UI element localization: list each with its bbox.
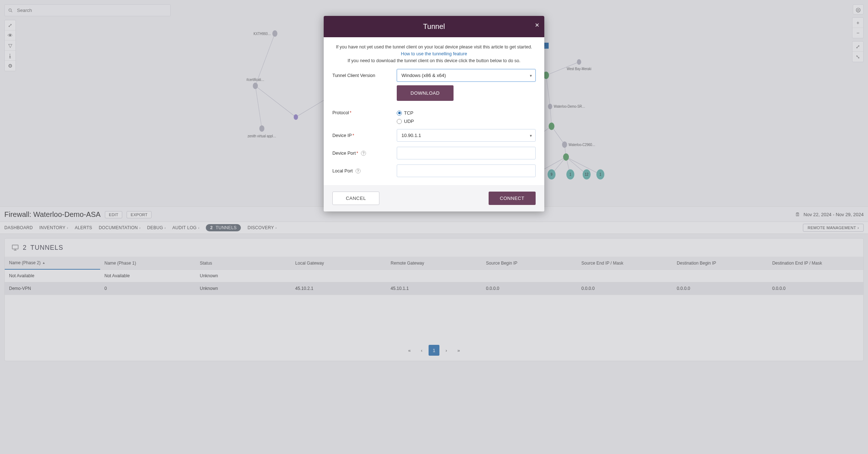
local-port-label: Local Port ? bbox=[332, 168, 390, 174]
modal-intro-bottom: If you need to download the tunnel clien… bbox=[348, 58, 520, 63]
tunnel-version-label: Tunnel Client Version bbox=[332, 73, 390, 78]
tunnel-modal: Tunnel × If you have not yet used the tu… bbox=[324, 16, 544, 211]
connect-button[interactable]: CONNECT bbox=[489, 192, 536, 205]
close-icon[interactable]: × bbox=[535, 21, 539, 29]
download-button[interactable]: DOWNLOAD bbox=[397, 85, 454, 101]
protocol-tcp-radio[interactable]: TCP bbox=[397, 110, 536, 116]
modal-header: Tunnel × bbox=[324, 16, 544, 37]
protocol-udp-label: UDP bbox=[404, 119, 414, 124]
protocol-tcp-label: TCP bbox=[404, 110, 413, 116]
protocol-udp-radio[interactable]: UDP bbox=[397, 119, 536, 124]
radio-icon bbox=[397, 119, 402, 124]
tunnelling-article-link[interactable]: How to use the tunnelling feature bbox=[401, 51, 467, 56]
protocol-label: Protocol* bbox=[332, 110, 390, 115]
tunnel-version-select[interactable]: Windows (x86 & x64) bbox=[397, 69, 536, 82]
cancel-button[interactable]: CANCEL bbox=[332, 192, 379, 205]
device-port-input[interactable] bbox=[397, 147, 536, 159]
help-icon[interactable]: ? bbox=[361, 151, 366, 156]
help-icon[interactable]: ? bbox=[356, 168, 361, 174]
device-ip-label: Device IP* bbox=[332, 133, 390, 138]
device-ip-select[interactable]: 10.90.1.1 bbox=[397, 129, 536, 142]
local-port-input[interactable] bbox=[397, 164, 536, 177]
modal-intro-top: If you have not yet used the tunnel clie… bbox=[336, 44, 532, 50]
device-port-label: Device Port* ? bbox=[332, 151, 390, 156]
modal-intro: If you have not yet used the tunnel clie… bbox=[332, 44, 536, 64]
modal-title: Tunnel bbox=[423, 22, 445, 30]
radio-checked-icon bbox=[397, 111, 402, 116]
